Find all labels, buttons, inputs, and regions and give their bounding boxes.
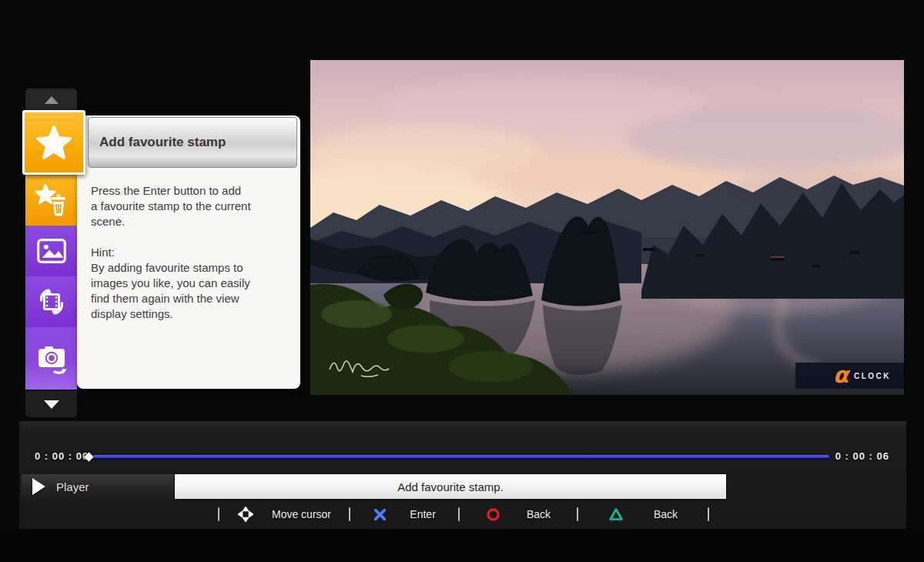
- sidebar-item-picture[interactable]: [25, 226, 77, 276]
- triangle-button-icon: [608, 507, 624, 521]
- hint-divider: [458, 507, 460, 521]
- screen: α CLOCK: [0, 0, 924, 562]
- tooltip-header: Add favourite stamp: [88, 117, 297, 168]
- player-mode-bar: Player: [22, 474, 174, 499]
- alpha-clock-overlay: α CLOCK: [795, 362, 904, 389]
- sidebar-scroll-down-button[interactable]: [25, 391, 77, 417]
- timeline-end-time: 0 : 00 : 06: [835, 450, 889, 462]
- hint-back-circle: Back: [460, 502, 577, 527]
- tooltip-panel: Add favourite stamp Press the Enter butt…: [77, 115, 300, 389]
- hint-divider: [708, 507, 709, 521]
- timeline-current-time: 0 : 00 : 00: [35, 450, 89, 462]
- sidebar-item-rotate[interactable]: [25, 276, 77, 327]
- scroll-down-arrow-icon: [44, 400, 59, 409]
- cross-button-icon: [373, 507, 387, 522]
- scroll-up-arrow-icon: [45, 96, 59, 104]
- letterbox-footer: [0, 529, 924, 562]
- hint-divider: [349, 507, 350, 521]
- controller-hints-bar: Move cursor Enter Back: [218, 502, 711, 527]
- sidebar-item-add-favourite-stamp[interactable]: [22, 110, 85, 175]
- circle-button-icon: [486, 507, 500, 522]
- camera-export-icon: [33, 340, 70, 378]
- sidebar-scroll-up-button[interactable]: [25, 89, 77, 111]
- clock-label: CLOCK: [854, 372, 891, 380]
- tooltip-title: Add favourite stamp: [99, 135, 226, 150]
- tooltip-description: Press the Enter button to add a favourit…: [91, 183, 286, 229]
- sidebar-item-camera-export[interactable]: [25, 327, 77, 390]
- status-message: Add favourite stamp.: [397, 480, 504, 493]
- photo-viewer: α CLOCK: [310, 60, 904, 395]
- seek-bar[interactable]: [93, 455, 829, 458]
- delete-favourite-star-icon: [33, 182, 70, 219]
- dpad-icon: [237, 506, 254, 523]
- hint-label: Move cursor: [272, 508, 331, 520]
- hint-label: Enter: [410, 508, 435, 520]
- tooltip-hint: Hint: By adding favourite stamps to imag…: [91, 245, 286, 322]
- picture-icon: [34, 233, 69, 269]
- hint-enter: Enter: [350, 502, 458, 527]
- hint-divider: [218, 507, 219, 521]
- player-osd-panel: 0 : 00 : 00 0 : 00 : 06 Player Add favou…: [19, 421, 906, 529]
- player-label: Player: [56, 480, 89, 493]
- rotate-frame-icon: [34, 284, 69, 319]
- play-icon: [32, 478, 45, 495]
- hint-divider: [577, 507, 578, 521]
- hint-move-cursor: Move cursor: [219, 502, 349, 527]
- status-message-bar: Add favourite stamp.: [175, 474, 726, 499]
- hint-label: Back: [527, 508, 551, 520]
- hint-back-triangle: Back: [578, 502, 708, 527]
- sidebar-item-delete-favourite-stamp[interactable]: [25, 175, 77, 226]
- hint-label: Back: [654, 508, 678, 520]
- alpha-logo-icon: α: [833, 362, 851, 388]
- favourite-star-icon: [35, 123, 73, 162]
